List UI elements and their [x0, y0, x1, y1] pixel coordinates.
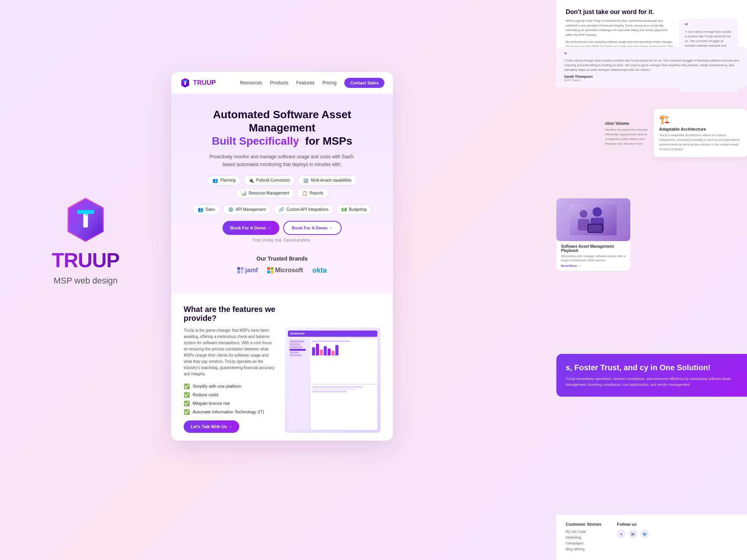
rt-title: Don't just take our word for it.: [566, 9, 738, 16]
nav-logo: TRUUP: [180, 77, 216, 88]
chip-resource: 📊 Resource Management: [236, 188, 294, 198]
svg-rect-9: [241, 267, 244, 270]
right-panel: Don't just take our word for it. MSPs ur…: [556, 0, 747, 560]
customer-stories-title: Customer Stories: [566, 522, 601, 527]
feature-chips-row2: 👥 Sales ⚙️ API Management 🔗 Custom API I…: [187, 205, 377, 215]
svg-point-13: [580, 210, 587, 218]
social-icons: ▪ in 🐦: [617, 530, 649, 538]
nav-contact-sales[interactable]: Contact Sales: [344, 78, 384, 88]
left-panel: TRUUP MSP web design: [0, 0, 171, 560]
purple-title: s, Foster Trust, and cy in One Solution!: [566, 363, 738, 372]
feature-check-1: ✅ Simplify with one platform: [184, 383, 277, 389]
trusted-brands: Our Trusted Brands jamf: [187, 249, 377, 285]
feature-chips: 👥 Planning 🔌 Prebuilt Connectors 🏢 Multi…: [187, 175, 377, 198]
linkedin-icon[interactable]: in: [629, 530, 637, 538]
navbar: TRUUP Resources Products Features Pricin…: [171, 72, 393, 94]
hero-subtitle: Proactively monitor and manage software …: [204, 153, 360, 168]
footer-link-blog[interactable]: Blog Writing: [566, 547, 601, 551]
right-volume-text: ction Volume handles increased ion volum…: [605, 121, 652, 146]
hero-title: Automated Software Asset Management Buil…: [187, 108, 377, 148]
footer-link-usecase[interactable]: By Use Case: [566, 530, 601, 534]
purple-desc: TruUp streamlines operations, ensures co…: [566, 376, 738, 387]
photo-card: Software Asset Management Playbook Strea…: [556, 198, 630, 271]
footer-link-campaigns[interactable]: Campaigns: [566, 541, 601, 545]
features-title: What are the features we provide?: [184, 305, 293, 323]
nav-logo-icon: [180, 77, 191, 88]
brand-jamf: jamf: [237, 267, 258, 274]
free-trial-text: Free 14-day trial. Cancel anytime.: [187, 238, 377, 242]
features-body: TruUp is the game-changer that MSPs have…: [184, 327, 381, 433]
cta-book-demo-primary[interactable]: Book For A Demo →: [223, 221, 279, 235]
facebook-icon[interactable]: ▪: [617, 530, 626, 538]
svg-rect-11: [241, 271, 244, 273]
screenshot-inner: Dashboard: [285, 327, 381, 433]
lets-talk-button[interactable]: Let's Talk With Us →: [184, 420, 239, 433]
arch-desc: TruUp's adaptable architecture allows fo…: [659, 133, 742, 152]
brand-okta: okta: [312, 266, 327, 275]
footer-link-marketing[interactable]: Marketing: [566, 536, 601, 539]
right-footer: Customer Stories By Use Case Marketing C…: [556, 514, 747, 560]
photo-card-title: Software Asset Management Playbook: [561, 244, 626, 253]
svg-rect-8: [237, 267, 240, 270]
cta-book-demo-secondary[interactable]: Book For A Demo →: [283, 221, 342, 235]
trusted-title: Our Trusted Brands: [187, 256, 377, 262]
brand-microsoft: Microsoft: [267, 267, 303, 274]
photo-image: [556, 198, 630, 241]
features-left: TruUp is the game-changer that MSPs have…: [184, 327, 277, 433]
right-testimonial-2: " "I can't stress enough how crucial a s…: [556, 47, 747, 88]
customer-stories-col: Customer Stories By Use Case Marketing C…: [566, 522, 601, 553]
chip-custom-api: 🔗 Custom API Integrations: [274, 205, 333, 215]
follow-us-col: Follow us ▪ in 🐦: [617, 522, 649, 553]
nav-pricing[interactable]: Pricing: [323, 80, 337, 86]
svg-rect-18: [589, 225, 602, 232]
chip-planning: 👥 Planning: [207, 175, 240, 186]
svg-point-15: [593, 207, 602, 217]
purple-cta-section: s, Foster Trust, and cy in One Solution!…: [556, 354, 747, 397]
brand-logos-row: jamf Microsoft okta: [187, 266, 377, 281]
svg-rect-4: [86, 213, 87, 216]
nav-logo-text: TRUUP: [193, 79, 216, 87]
chip-reports: 📋 Reports: [297, 188, 328, 198]
nav-features[interactable]: Features: [296, 80, 314, 86]
chip-multitenant: 🏢 Multi-tenant capabilities: [298, 175, 357, 186]
chip-budgeting: 💵 Budgeting: [336, 205, 372, 215]
nav-links: Resources Products Features Pricing Cont…: [240, 78, 384, 88]
svg-rect-10: [237, 271, 240, 273]
logo-hexagon: [62, 196, 109, 243]
svg-rect-7: [184, 82, 186, 85]
arch-icon: 🏗️: [659, 114, 742, 124]
cta-buttons: Book For A Demo → Book For A Demo →: [187, 221, 377, 235]
left-logo-text: TRUUP: [52, 250, 119, 270]
chip-api: ⚙️ API Management: [223, 205, 271, 215]
adaptable-architecture-card: 🏗️ Adaptable Architecture TruUp's adapta…: [654, 109, 747, 157]
read-more-link[interactable]: Read More →: [561, 264, 626, 268]
features-desc: TruUp is the game-changer that MSPs have…: [184, 327, 277, 377]
feature-check-4: ✅ Automate Information Technology (IT): [184, 409, 277, 415]
arch-title: Adaptable Architecture: [659, 127, 742, 131]
chip-sales: 👥 Sales: [193, 205, 220, 215]
center-page: TRUUP Resources Products Features Pricin…: [171, 72, 393, 441]
rt-desc1: MSPs urgently need TruUp to revolutioniz…: [566, 19, 674, 37]
nav-resources[interactable]: Resources: [240, 80, 262, 86]
feature-check-3: ✅ Mitigate license risk: [184, 401, 277, 406]
follow-us-title: Follow us: [617, 522, 649, 527]
features-screenshot: Dashboard: [285, 327, 381, 433]
photo-card-desc: Streamline and manage software assets wi…: [561, 254, 626, 262]
chip-connectors: 🔌 Prebuilt Connectors: [243, 175, 295, 186]
nav-products[interactable]: Products: [270, 80, 288, 86]
twitter-icon[interactable]: 🐦: [640, 530, 649, 538]
left-subtitle: MSP web design: [54, 276, 118, 286]
svg-rect-6: [183, 80, 187, 82]
hero-section: Automated Software Asset Management Buil…: [171, 94, 393, 294]
feature-check-2: ✅ Reduce costs: [184, 392, 277, 398]
features-section: What are the features we provide? TruUp …: [171, 294, 393, 441]
svg-rect-3: [83, 214, 88, 228]
